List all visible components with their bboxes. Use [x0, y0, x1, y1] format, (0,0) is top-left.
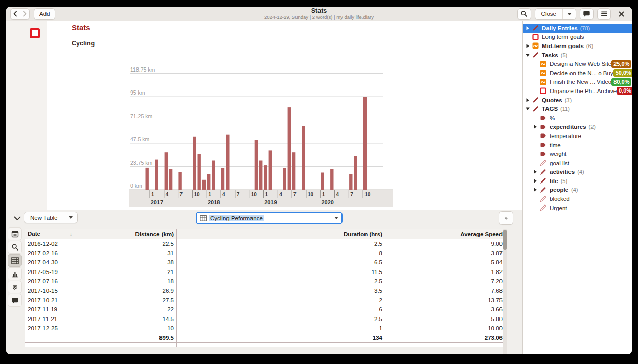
close-window-button[interactable] [614, 8, 628, 20]
table-cell[interactable]: 3.87 [385, 248, 506, 258]
table-selector-combobox[interactable]: Cycling Peformance [196, 212, 343, 224]
square-icon [539, 87, 546, 94]
table-cell[interactable]: 7.68 [385, 286, 506, 295]
sidebar-item-temperature[interactable]: temperature [523, 131, 632, 141]
column-header-date[interactable]: Date↓ [25, 229, 75, 239]
table-cell[interactable]: 31 [75, 248, 177, 258]
table-cell[interactable]: 2.5 [177, 277, 385, 286]
menu-button[interactable] [597, 8, 611, 20]
column-header-distance-km[interactable]: Distance (km) [75, 229, 177, 239]
new-table-dropdown-button[interactable] [64, 212, 77, 223]
table-cell[interactable]: 2017-07-16 [25, 277, 75, 286]
table-cell[interactable]: 26.9 [75, 286, 177, 295]
doodle-view-button[interactable] [8, 281, 22, 293]
expander-closed-icon[interactable] [532, 187, 538, 193]
sidebar-item-organize-the-ph-archive[interactable]: Organize the Ph...Archive0,0% [523, 86, 632, 96]
sidebar-item-design-a-new-web-site[interactable]: Design a New Web Site25,0% [523, 59, 632, 69]
table-cell[interactable]: 5.80 [385, 314, 506, 324]
table-cell[interactable]: 2017-11-19 [25, 305, 75, 314]
table-cell[interactable]: 11.5 [177, 267, 385, 277]
add-button[interactable]: Add [34, 8, 55, 20]
table-cell[interactable]: 18 [75, 277, 177, 286]
table-cell[interactable]: 2017-02-16 [25, 248, 75, 258]
calendar-view-button[interactable] [8, 228, 22, 240]
sidebar-item-[interactable]: % [523, 113, 632, 123]
sidebar-item-expenditures[interactable]: expenditures(2) [523, 123, 632, 132]
search-button[interactable] [517, 8, 531, 20]
table-cell[interactable]: 10 [75, 324, 177, 333]
table-cell[interactable]: 38 [75, 258, 177, 267]
expander-closed-icon[interactable] [532, 178, 538, 184]
table-cell[interactable]: 27.5 [75, 295, 177, 305]
table-cell[interactable]: 2017-10-15 [25, 286, 75, 295]
table-cell[interactable]: 2017-12-25 [25, 324, 75, 333]
table-cell[interactable]: 1.82 [385, 267, 506, 277]
expander-closed-icon[interactable] [532, 169, 538, 175]
table-cell[interactable]: 3.5 [177, 286, 385, 295]
sidebar-item-mid-term-goals[interactable]: Mid-term goals(6) [523, 41, 632, 51]
back-button[interactable] [11, 9, 20, 19]
todo-checkbox-icon[interactable] [30, 28, 40, 38]
table-cell[interactable]: 2017-04-30 [25, 258, 75, 267]
collapse-panel-button[interactable] [11, 214, 24, 223]
table-cell[interactable]: 14.5 [75, 314, 177, 324]
table-cell[interactable]: 2016-12-02 [25, 239, 75, 248]
table-cell[interactable]: 22 [75, 305, 177, 314]
table-cell[interactable]: 2.5 [177, 314, 385, 324]
sidebar-item-activities[interactable]: activities(4) [523, 168, 632, 177]
expander-closed-icon[interactable] [524, 97, 531, 103]
table-cell[interactable]: 2017-10-21 [25, 295, 75, 305]
table-cell[interactable]: 9.00 [385, 239, 506, 248]
expander-closed-icon[interactable] [524, 43, 531, 49]
table-cell[interactable]: 2 [177, 295, 385, 305]
sidebar-item-people[interactable]: people(4) [523, 186, 632, 195]
sidebar-item-goal-list[interactable]: goal list [523, 158, 632, 168]
table-cell[interactable]: 2017-11-21 [25, 314, 75, 324]
expander-closed-icon[interactable] [532, 124, 538, 130]
column-header-average-speed[interactable]: Average Speed [385, 229, 506, 239]
sidebar-item-life[interactable]: life(5) [523, 176, 632, 186]
table-cell[interactable]: 6 [177, 305, 385, 314]
table-cell[interactable]: 10.00 [385, 324, 506, 333]
table-cell[interactable]: 2017-05-19 [25, 267, 75, 277]
table-view-button[interactable] [8, 254, 22, 267]
table-cell[interactable]: 21 [75, 267, 177, 277]
table-cell[interactable]: 3.66 [385, 305, 506, 314]
tag-icon [539, 124, 546, 130]
comment-toggle-button[interactable] [580, 8, 594, 20]
sidebar-item-urgent[interactable]: Urgent [523, 203, 632, 213]
table-cell[interactable]: 22.5 [75, 239, 177, 248]
chart-view-button[interactable] [8, 267, 22, 280]
sidebar-item-tasks[interactable]: Tasks(5) [523, 51, 632, 60]
table-cell[interactable]: 8 [177, 248, 385, 258]
table-cell[interactable]: 6.5 [177, 258, 385, 267]
sidebar-item-tags[interactable]: TAGS(11) [523, 104, 632, 113]
search-view-button[interactable] [8, 241, 22, 254]
sidebar-item-quotes[interactable]: Quotes(3) [523, 96, 632, 105]
table-cell[interactable]: 1 [177, 324, 385, 333]
sidebar-item-long-term-goals[interactable]: Long term goals [523, 33, 632, 42]
expander-closed-icon[interactable] [524, 25, 531, 31]
table-cell[interactable]: 13.75 [385, 295, 506, 305]
sidebar-item-blocked[interactable]: blocked [523, 194, 632, 203]
sidebar-item-finish-the-new-video[interactable]: Finish the New ... Video80,0% [523, 78, 632, 87]
new-table-button[interactable]: New Table [24, 212, 64, 223]
sidebar-item-decide-on-the-n-o-buy[interactable]: Decide on the N... o Buy50,0% [523, 69, 632, 78]
expander-open-icon[interactable] [524, 106, 531, 112]
sidebar-item-time[interactable]: time [523, 141, 632, 150]
editor[interactable]: Stats Cycling 0 km23.75 km47.5 km71.25 k… [47, 21, 522, 210]
table-cell[interactable]: 5.84 [385, 258, 506, 267]
table-cell[interactable]: 2.5 [177, 239, 385, 248]
expander-open-icon[interactable] [524, 52, 531, 58]
table-settings-button[interactable] [499, 211, 513, 225]
table-scrollbar-thumb[interactable] [503, 230, 507, 250]
column-header-duration-hrs[interactable]: Duration (hrs) [177, 229, 385, 239]
comment-view-button[interactable] [8, 294, 22, 307]
table-scrollbar[interactable] [503, 229, 507, 354]
sidebar-item-weight[interactable]: weight [523, 149, 632, 158]
table-cell[interactable]: 7.20 [385, 277, 506, 286]
close-button[interactable]: Close [535, 9, 562, 19]
sidebar-item-daily-entries[interactable]: Daily Entries(78) [523, 24, 632, 33]
forward-button[interactable] [20, 9, 29, 19]
close-dropdown-button[interactable] [562, 9, 576, 19]
